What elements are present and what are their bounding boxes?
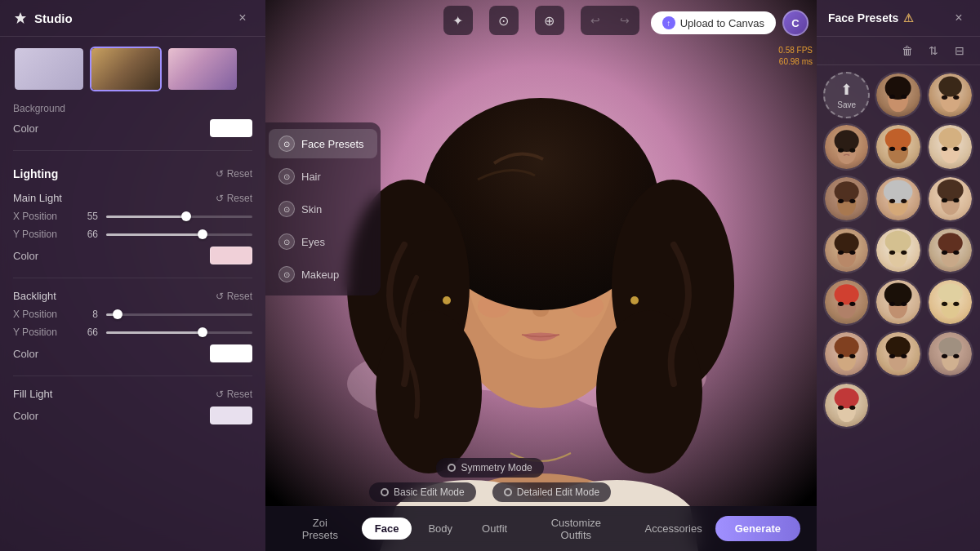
camera-tool-button[interactable]: ⊙ [489, 6, 519, 35]
svg-point-81 [838, 353, 844, 358]
preset-item-4[interactable] [875, 123, 921, 170]
bottom-right-buttons: Generate [715, 516, 800, 541]
preset-item-17[interactable] [927, 331, 973, 377]
avatar-17 [929, 332, 972, 375]
backlight-y-slider[interactable] [106, 331, 252, 334]
eyes-dot: ⊙ [278, 233, 295, 250]
preset-item-10[interactable] [875, 227, 921, 273]
basic-edit-mode-button[interactable]: Basic Edit Mode [369, 482, 476, 502]
avatar-13 [876, 280, 920, 323]
svg-point-78 [953, 302, 959, 306]
preset-item-3[interactable] [823, 123, 870, 170]
svg-point-22 [630, 296, 639, 304]
preset-save-item[interactable]: ⬆ Save [823, 72, 870, 118]
redo-button[interactable]: ↪ [610, 6, 639, 35]
preset-item-8[interactable] [927, 176, 973, 222]
sidebar-item-eyes[interactable]: ⊙ Eyes [269, 227, 377, 256]
sidebar-item-hair[interactable]: ⊙ Hair [269, 162, 377, 191]
bg-thumb-3[interactable] [167, 47, 238, 91]
svg-point-92 [835, 388, 859, 408]
sidebar-item-face-presets[interactable]: ⊙ Face Presets [269, 129, 377, 158]
svg-point-53 [942, 198, 947, 202]
avatar-6 [825, 177, 868, 220]
background-color-swatch[interactable] [210, 119, 252, 137]
tab-customize-outfits[interactable]: Customize Outfits [523, 512, 628, 546]
main-light-color-swatch[interactable] [210, 247, 252, 264]
preset-item-1[interactable] [875, 72, 921, 118]
upload-to-canvas-button[interactable]: ↑ Upload to Canvas [651, 11, 776, 34]
preset-item-6[interactable] [823, 176, 870, 222]
preset-item-9[interactable] [823, 227, 870, 273]
preset-item-14[interactable] [927, 278, 973, 325]
bg-thumb-2[interactable] [90, 47, 162, 91]
svg-point-30 [953, 96, 959, 100]
svg-point-88 [938, 337, 961, 356]
sidebar-item-makeup[interactable]: ⊙ Makeup [269, 260, 377, 289]
tab-accessories[interactable]: Accessories [632, 518, 715, 540]
avatar-4 [876, 125, 920, 168]
tab-face[interactable]: Face [362, 518, 412, 540]
studio-icon [13, 11, 28, 25]
preset-item-15[interactable] [823, 331, 870, 377]
svg-point-86 [902, 353, 907, 358]
svg-point-56 [835, 233, 859, 253]
undo-button[interactable]: ↩ [581, 6, 610, 35]
svg-point-57 [838, 251, 844, 255]
user-avatar-button[interactable]: C [782, 10, 808, 36]
backlight-reset-button[interactable]: ↺ Reset [216, 291, 252, 302]
main-light-reset-button[interactable]: ↺ Reset [216, 193, 252, 204]
detailed-edit-mode-button[interactable]: Detailed Edit Mode [492, 482, 611, 502]
symmetry-mode-dot [448, 464, 456, 472]
right-panel: Face Presets ⚠ × 🗑 ⇅ ⊟ ⬆ Save [817, 0, 980, 551]
svg-point-37 [889, 147, 895, 151]
main-light-x-slider[interactable] [106, 216, 252, 218]
preset-item-18[interactable] [823, 382, 870, 429]
preset-item-2[interactable] [927, 72, 973, 118]
avatar-15 [825, 332, 868, 375]
preset-item-5[interactable] [927, 123, 973, 170]
preset-item-16[interactable] [875, 331, 921, 377]
tab-outfit[interactable]: Outfit [469, 518, 520, 540]
preset-item-7[interactable] [875, 176, 921, 222]
svg-point-44 [835, 181, 859, 202]
fill-light-reset-button[interactable]: ↺ Reset [216, 389, 252, 400]
middle-nav: ⊙ Face Presets ⊙ Hair ⊙ Skin ⊙ Eyes ⊙ Ma… [265, 122, 381, 295]
svg-point-64 [938, 233, 962, 253]
sidebar-item-skin[interactable]: ⊙ Skin [269, 194, 377, 224]
panel-close-button[interactable]: × [233, 8, 252, 28]
filter-presets-button[interactable]: ⊟ [951, 42, 969, 60]
avatar-3 [825, 125, 868, 168]
right-panel-close-button[interactable]: × [949, 8, 969, 28]
svg-point-85 [889, 353, 895, 358]
preset-item-12[interactable] [823, 278, 870, 325]
main-light-y-slider[interactable] [106, 233, 252, 236]
svg-point-72 [884, 283, 912, 306]
sort-presets-button[interactable]: ⇅ [924, 42, 942, 60]
svg-point-66 [953, 251, 959, 255]
tab-zoi-presets[interactable]: Zoi Presets [282, 512, 359, 546]
fill-light-color-row: Color [0, 403, 265, 431]
backlight-color-swatch[interactable] [210, 344, 252, 362]
avatar-18 [825, 384, 868, 427]
svg-point-40 [938, 128, 961, 149]
preset-item-13[interactable] [875, 278, 921, 325]
backlight-x-slider[interactable] [106, 313, 252, 316]
fill-light-color-swatch[interactable] [210, 407, 252, 424]
avatar-10 [876, 229, 920, 272]
svg-point-82 [849, 353, 855, 358]
symmetry-mode-button[interactable]: Symmetry Mode [436, 458, 543, 478]
delete-preset-button[interactable]: 🗑 [898, 42, 916, 60]
svg-point-29 [942, 96, 947, 100]
svg-point-19 [376, 310, 482, 473]
bg-thumb-1[interactable] [13, 47, 85, 91]
fps-counter: 0.58 FPS 60.98 ms [778, 45, 813, 68]
tab-body[interactable]: Body [415, 518, 466, 540]
avatar-8 [929, 177, 972, 220]
expand-tool-button[interactable]: ⊕ [535, 6, 564, 35]
sparkle-tool-button[interactable]: ✦ [443, 6, 473, 35]
generate-button[interactable]: Generate [715, 516, 800, 541]
right-panel-header: Face Presets ⚠ × [817, 0, 980, 37]
avatar-12 [825, 280, 868, 323]
preset-item-11[interactable] [927, 227, 973, 273]
lighting-reset-button[interactable]: ↺ Reset [216, 168, 252, 180]
